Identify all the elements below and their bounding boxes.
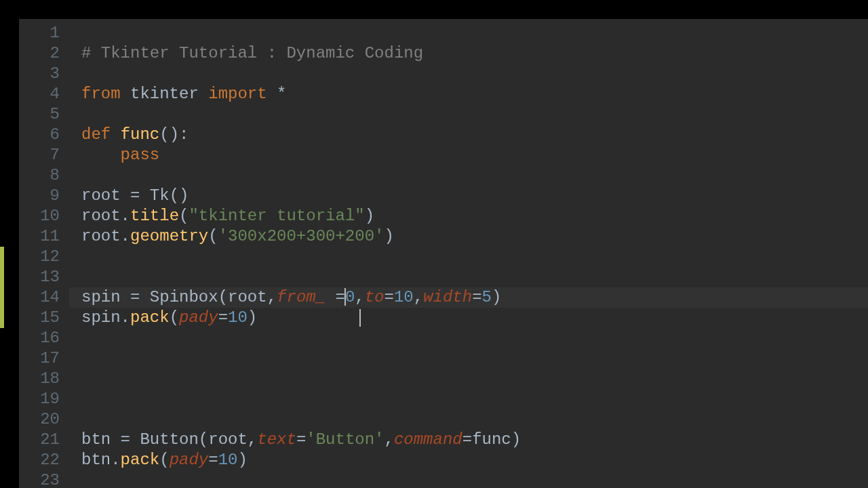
- op-token: =: [462, 430, 472, 449]
- method-token: pack: [121, 451, 160, 469]
- keyword-token: def: [81, 125, 111, 144]
- param-token: width: [423, 288, 472, 306]
- code-line[interactable]: [81, 247, 868, 267]
- line-number: 21: [19, 430, 60, 450]
- punct-token: (: [159, 451, 169, 469]
- number-token: 10: [394, 288, 414, 306]
- punct-token: ,: [355, 288, 364, 306]
- code-line[interactable]: [81, 104, 868, 125]
- line-number: 4: [19, 84, 60, 104]
- code-line[interactable]: [81, 369, 868, 389]
- line-number: 23: [19, 470, 60, 488]
- code-line[interactable]: root = Tk(): [81, 186, 868, 206]
- call-token: Button: [140, 430, 198, 449]
- indent-token: [81, 146, 121, 164]
- code-line[interactable]: # Tkinter Tutorial : Dynamic Coding: [81, 43, 868, 64]
- code-line[interactable]: spin = Spinbox(root,from_ =0,to=10,width…: [81, 287, 868, 308]
- code-line[interactable]: pass: [81, 145, 868, 165]
- string-token: '300x200+300+200': [218, 227, 384, 245]
- line-number: 19: [19, 389, 60, 409]
- line-number: 8: [19, 165, 60, 186]
- punct-token: ): [248, 308, 257, 327]
- ident-token: root =: [81, 186, 150, 205]
- line-number: 9: [19, 186, 60, 206]
- param-token: pady: [170, 451, 209, 469]
- ident-token: root.: [81, 227, 130, 245]
- method-token: title: [130, 207, 179, 225]
- secondary-cursor: [359, 309, 361, 327]
- op-token: =: [296, 430, 306, 449]
- code-line[interactable]: root.title("tkinter tutorial"): [81, 206, 868, 226]
- line-number: 15: [19, 308, 60, 328]
- op-token: =: [218, 308, 228, 327]
- keyword-token: import: [208, 85, 267, 103]
- op-token: =: [208, 451, 218, 469]
- punct-token: ): [365, 207, 374, 225]
- punct-token: ,: [384, 430, 394, 449]
- line-number: 6: [19, 125, 60, 145]
- line-number: 20: [19, 409, 60, 430]
- ident-token: spin =: [81, 288, 150, 306]
- punct-token: (: [199, 430, 208, 449]
- punct-token: (: [170, 308, 179, 327]
- string-token: "tkinter tutorial": [189, 207, 364, 225]
- code-line[interactable]: spin.pack(pady=10): [81, 308, 868, 328]
- line-number-gutter: 1 2 3 4 5 6 7 8 9 10 11 12 13 14 15 16 1…: [19, 19, 69, 488]
- ident-token: btn =: [81, 430, 140, 449]
- line-number: 2: [19, 43, 60, 64]
- punct-token: ): [237, 451, 247, 469]
- code-line[interactable]: btn.pack(pady=10): [81, 450, 868, 470]
- param-token: from_: [277, 288, 326, 306]
- code-line[interactable]: [81, 348, 868, 369]
- line-number: 17: [19, 348, 60, 369]
- ident-token: func: [472, 430, 511, 449]
- code-line[interactable]: [81, 409, 868, 430]
- ident-token: btn.: [81, 451, 121, 469]
- line-number: 16: [19, 328, 60, 348]
- number-token: 10: [218, 451, 238, 469]
- number-token: 0: [345, 288, 355, 306]
- call-token: Tk: [150, 186, 170, 205]
- ident-token: root,: [208, 430, 257, 449]
- param-token: pady: [179, 308, 218, 327]
- code-line[interactable]: [81, 64, 868, 84]
- ident-token: tkinter: [121, 85, 209, 103]
- code-line[interactable]: [81, 470, 868, 488]
- punct-token: ():: [159, 125, 189, 144]
- code-line[interactable]: from tkinter import *: [81, 84, 868, 104]
- line-number: 1: [19, 23, 60, 43]
- op-token: =: [336, 288, 345, 306]
- code-line[interactable]: [81, 389, 868, 409]
- op-token: =: [384, 288, 394, 306]
- code-editor[interactable]: 1 2 3 4 5 6 7 8 9 10 11 12 13 14 15 16 1…: [19, 19, 868, 488]
- number-token: 10: [228, 308, 248, 327]
- change-bar: [0, 247, 4, 328]
- line-number: 3: [19, 64, 60, 84]
- code-line[interactable]: root.geometry('300x200+300+200'): [81, 226, 868, 247]
- code-area[interactable]: # Tkinter Tutorial : Dynamic Coding from…: [69, 19, 868, 488]
- line-number: 13: [19, 267, 60, 287]
- punct-token: (: [179, 207, 189, 225]
- line-number: 11: [19, 226, 60, 247]
- code-line[interactable]: [81, 165, 868, 186]
- line-number: 22: [19, 450, 60, 470]
- code-line[interactable]: [81, 328, 868, 348]
- code-line[interactable]: [81, 267, 868, 287]
- code-line[interactable]: btn = Button(root,text='Button',command=…: [81, 430, 868, 450]
- param-token: command: [394, 430, 462, 449]
- comment-token: # Tkinter Tutorial : Dynamic Coding: [81, 44, 423, 62]
- punct-token: (): [170, 186, 189, 205]
- call-token: Spinbox: [150, 288, 218, 306]
- method-token: geometry: [130, 227, 208, 245]
- code-line[interactable]: [81, 23, 868, 43]
- op-token: =: [472, 288, 481, 306]
- punct-token: ): [511, 430, 521, 449]
- line-number: 14: [19, 287, 60, 308]
- line-number: 12: [19, 247, 60, 267]
- space-token: [111, 125, 120, 144]
- keyword-token: pass: [121, 146, 160, 164]
- line-number: 7: [19, 145, 60, 165]
- op-token: *: [267, 85, 287, 103]
- punct-token: ): [492, 288, 501, 306]
- code-line[interactable]: def func():: [81, 125, 868, 145]
